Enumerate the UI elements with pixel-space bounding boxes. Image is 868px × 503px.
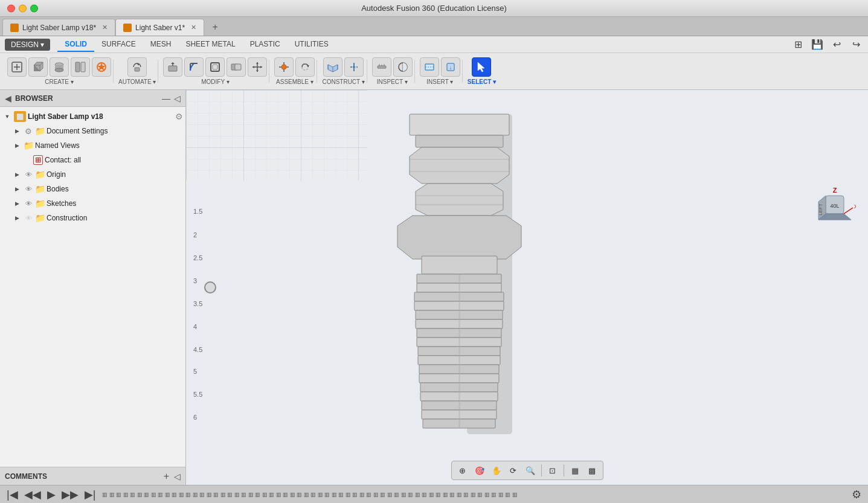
vp-target-icon[interactable]: 🎯: [472, 463, 487, 478]
tab-light-saber-lamp[interactable]: Light Saber Lamp v18* ✕: [2, 19, 115, 36]
modify-combine-icon[interactable]: [227, 57, 246, 77]
tree-item-sketches[interactable]: ▶ 👁 📁 Sketches: [0, 196, 185, 211]
close-button[interactable]: [7, 4, 15, 12]
tab-plastic[interactable]: PLASTIC: [243, 37, 288, 52]
tree-item-doc-settings[interactable]: ▶ ⚙ 📁 Document Settings: [0, 124, 185, 138]
create-cylinder-icon[interactable]: [50, 57, 69, 77]
new-tab-button[interactable]: +: [207, 19, 223, 36]
construct-axis-icon[interactable]: [344, 57, 364, 77]
tab-light-saber-v1[interactable]: Light Saber v1* ✕: [115, 19, 204, 36]
eye-origin-icon[interactable]: 👁: [24, 170, 33, 179]
create-new-component-icon[interactable]: [7, 57, 27, 77]
tab-close-button[interactable]: ✕: [191, 24, 196, 31]
assemble-joint-icon[interactable]: [274, 57, 294, 77]
insert-canvas-icon[interactable]: [420, 57, 439, 77]
browser-header: ◀ BROWSER — ◁: [0, 90, 185, 107]
design-dropdown-button[interactable]: DESIGN ▾: [5, 39, 50, 51]
browser-expand-button[interactable]: ◁: [174, 94, 181, 103]
vp-zoom-icon[interactable]: 🔍: [523, 463, 538, 478]
vp-display-mode-icon[interactable]: ⊡: [545, 463, 560, 478]
tab-close-button[interactable]: ✕: [102, 24, 108, 31]
save-icon[interactable]: 💾: [810, 37, 825, 52]
tree-item-named-views[interactable]: ▶ 📁 Named Views: [0, 138, 185, 153]
tab-sheet-metal[interactable]: SHEET METAL: [178, 37, 242, 52]
toolbar-group-modify: MODIFY ▾: [161, 57, 269, 85]
comments-add-button[interactable]: +: [164, 471, 169, 482]
tree-item-root[interactable]: ▼ ⬜ Light Saber Lamp v18 ⚙: [0, 109, 185, 124]
vp-home-icon[interactable]: ⊕: [455, 463, 470, 478]
svg-rect-11: [76, 62, 80, 72]
expand-sketches[interactable]: ▶: [12, 199, 22, 208]
create-box-icon[interactable]: [28, 57, 48, 77]
viewport-toolbar: ⊕ 🎯 ✋ ⟳ 🔍 ⊡ ▦ ▩: [451, 461, 603, 480]
select-icon[interactable]: [472, 57, 491, 77]
tab-solid[interactable]: SOLID: [57, 37, 94, 52]
undo-icon[interactable]: ↩: [829, 37, 844, 52]
vp-layout-icon[interactable]: ▩: [585, 463, 599, 478]
vp-divider2: [564, 464, 564, 476]
eye-construction-icon[interactable]: 👁: [24, 213, 33, 223]
expand-named-views[interactable]: ▶: [12, 141, 22, 150]
modify-label: MODIFY ▾: [201, 78, 229, 85]
comments-label: COMMENTS: [5, 472, 159, 481]
root-settings-icon[interactable]: ⚙: [175, 112, 183, 121]
toolbar-group-insert: ↓ INSERT ▾: [417, 57, 463, 85]
tab-utilities[interactable]: UTILITIES: [288, 37, 336, 52]
comments-expand-button[interactable]: ◁: [174, 472, 181, 481]
modify-press-pull-icon[interactable]: [163, 57, 182, 77]
construct-plane-icon[interactable]: [323, 57, 342, 77]
grid-icon[interactable]: ⊞: [791, 37, 805, 52]
minimize-button[interactable]: [19, 4, 27, 12]
modify-move-icon[interactable]: [248, 57, 267, 77]
expand-bodies[interactable]: ▶: [12, 184, 22, 194]
expand-origin[interactable]: ▶: [12, 170, 22, 179]
vp-orbit-icon[interactable]: ⟳: [506, 463, 521, 478]
toolbar-group-create: CREATE ▾: [5, 57, 114, 85]
status-fwd-frame[interactable]: ▶▶: [60, 488, 80, 501]
svg-marker-60: [397, 216, 521, 259]
expand-construction[interactable]: ▶: [12, 213, 22, 223]
status-play[interactable]: ▶: [45, 488, 57, 501]
ruler-num-1-5: 1.5: [193, 208, 202, 215]
tree-item-construction[interactable]: ▶ 👁 📁 Construction: [0, 211, 185, 225]
vp-pan-icon[interactable]: ✋: [489, 463, 504, 478]
status-back-frame[interactable]: ◀◀: [22, 488, 43, 501]
viewport[interactable]: 1.5 2 2.5 3 3.5 4 4.5 5 5.5 6: [186, 90, 868, 485]
assemble-motion-icon[interactable]: [295, 57, 315, 77]
tab-mesh[interactable]: MESH: [143, 37, 179, 52]
svg-rect-41: [378, 66, 386, 68]
tree-label-named-views: Named Views: [35, 141, 183, 150]
browser-collapse-button[interactable]: ◀: [5, 94, 11, 103]
tree-item-contact[interactable]: ⊞ Contact: all: [0, 153, 185, 167]
create-special-icon[interactable]: [92, 57, 111, 77]
svg-line-91: [844, 208, 853, 214]
inspect-section-icon[interactable]: [393, 57, 413, 77]
status-prev-frame[interactable]: |◀: [5, 488, 20, 501]
redo-icon[interactable]: ↪: [849, 37, 863, 52]
svg-text:↓: ↓: [449, 64, 452, 71]
tab-surface[interactable]: SURFACE: [94, 37, 143, 52]
expand-doc-settings[interactable]: ▶: [12, 126, 22, 136]
modify-shell-icon[interactable]: [205, 57, 225, 77]
automate-icon[interactable]: [127, 57, 147, 77]
tree-expand-root[interactable]: ▼: [2, 112, 12, 121]
vp-grid-icon[interactable]: ▦: [568, 463, 582, 478]
browser-minus-button[interactable]: —: [162, 94, 170, 103]
svg-rect-61: [422, 256, 497, 274]
svg-point-40: [353, 66, 355, 68]
tree-item-origin[interactable]: ▶ 👁 📁 Origin: [0, 167, 185, 182]
inspect-measure-icon[interactable]: [372, 57, 391, 77]
status-settings[interactable]: ⚙: [850, 488, 863, 501]
insert-decal-icon[interactable]: ↓: [441, 57, 460, 77]
named-views-folder-icon: 📁: [24, 141, 33, 150]
eye-sketches-icon[interactable]: 👁: [24, 199, 33, 208]
maximize-button[interactable]: [30, 4, 38, 12]
browser-content: ▼ ⬜ Light Saber Lamp v18 ⚙ ▶ ⚙ 📁 Documen…: [0, 107, 185, 467]
eye-bodies-icon[interactable]: 👁: [24, 184, 33, 194]
modify-fillet-icon[interactable]: [184, 57, 204, 77]
comments-bar: COMMENTS + ◁: [0, 467, 185, 485]
tree-item-bodies[interactable]: ▶ 👁 📁 Bodies: [0, 182, 185, 196]
status-next-frame[interactable]: ▶|: [83, 488, 98, 501]
create-split-icon[interactable]: [71, 57, 90, 77]
timeline-area[interactable]: ▥ ▥ ▥ ▥ ▥ ▥ ▥ ▥ ▥ ▥ ▥ ▥ ▥ ▥ ▥ ▥ ▥ ▥ ▥ ▥ …: [100, 492, 847, 498]
